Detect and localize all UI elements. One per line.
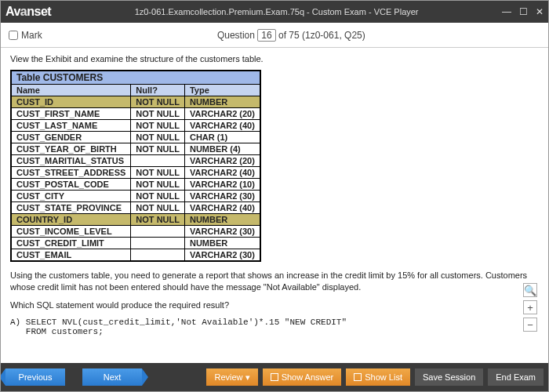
table-title: Table CUSTOMERS <box>11 71 260 85</box>
review-button[interactable]: Review ▾ <box>206 368 257 386</box>
table-row: CUST_INCOME_LEVELVARCHAR2 (30) <box>11 226 260 238</box>
mark-checkbox-wrap[interactable]: Mark <box>9 30 42 41</box>
table-row: CUST_GENDERNOT NULLCHAR (1) <box>11 132 260 143</box>
table-row: CUST_CREDIT_LIMITNUMBER <box>11 238 260 249</box>
exhibit-instruction: View the Exhibit and examine the structu… <box>10 54 539 64</box>
zoom-in-button[interactable]: + <box>523 300 537 314</box>
table-header-row: Name Null? Type <box>11 85 260 96</box>
table-row: CUST_IDNOT NULLNUMBER <box>11 96 260 108</box>
mark-checkbox[interactable] <box>9 31 18 40</box>
table-row: CUST_LAST_NAMENOT NULLVARCHAR2 (40) <box>11 120 260 132</box>
table-row: CUST_POSTAL_CODENOT NULLVARCHAR2 (10) <box>11 179 260 191</box>
window-controls: — ☐ ✕ <box>502 6 544 17</box>
table-row: CUST_MARITIAL_STATUSVARCHAR2 (20) <box>11 155 260 167</box>
table-row: CUST_FIRST_NAMENOT NULLVARCHAR2 (20) <box>11 108 260 120</box>
table-row: COUNTRY_IDNOT NULLNUMBER <box>11 214 260 226</box>
question-number: 16 <box>257 29 275 42</box>
checkbox-icon <box>354 373 362 381</box>
checkbox-icon <box>271 373 278 381</box>
show-answer-button[interactable]: Show Answer <box>263 368 342 386</box>
maximize-icon[interactable]: ☐ <box>519 6 528 17</box>
question-para-2: Which SQL statement would produce the re… <box>10 299 539 311</box>
table-row: CUST_CITYNOT NULLVARCHAR2 (30) <box>11 191 260 202</box>
window-title: 1z0-061.Examcollection.Premium.Exam.75q … <box>51 7 502 16</box>
end-exam-button[interactable]: End Exam <box>488 368 544 386</box>
titlebar: Avanset 1z0-061.Examcollection.Premium.E… <box>1 1 548 23</box>
show-list-button[interactable]: Show List <box>346 368 410 386</box>
save-session-button[interactable]: Save Session <box>415 368 483 386</box>
question-content: View the Exhibit and examine the structu… <box>1 48 548 363</box>
question-para-1: Using the customers table, you need to g… <box>10 270 539 293</box>
table-row: CUST_STREET_ADDRESSNOT NULLVARCHAR2 (40) <box>11 167 260 179</box>
option-a-code: A) SELECT NVL(cust_credit_limit,'Not Ava… <box>10 318 539 336</box>
table-row: CUST_EMAILVARCHAR2 (30) <box>11 249 260 262</box>
mark-label: Mark <box>21 30 42 41</box>
footer-toolbar: Previous Next Review ▾ Show Answer Show … <box>1 363 548 391</box>
close-icon[interactable]: ✕ <box>536 6 544 17</box>
zoom-controls: 🔍 + − <box>523 283 537 332</box>
previous-button[interactable]: Previous <box>5 368 65 386</box>
table-row: CUST_STATE_PROVINCENOT NULLVARCHAR2 (40) <box>11 202 260 214</box>
app-logo: Avanset <box>5 5 51 19</box>
magnify-icon[interactable]: 🔍 <box>523 283 537 297</box>
question-indicator: Question 16 of 75 (1z0-061, Q25) <box>42 29 540 42</box>
minimize-icon[interactable]: — <box>502 6 511 17</box>
question-bar: Mark Question 16 of 75 (1z0-061, Q25) <box>1 23 548 48</box>
zoom-out-button[interactable]: − <box>523 318 537 332</box>
next-button[interactable]: Next <box>82 368 142 386</box>
customers-table-schema: Table CUSTOMERS Name Null? Type CUST_IDN… <box>10 70 261 262</box>
table-row: CUST_YEAR_OF_BIRTHNOT NULLNUMBER (4) <box>11 143 260 155</box>
